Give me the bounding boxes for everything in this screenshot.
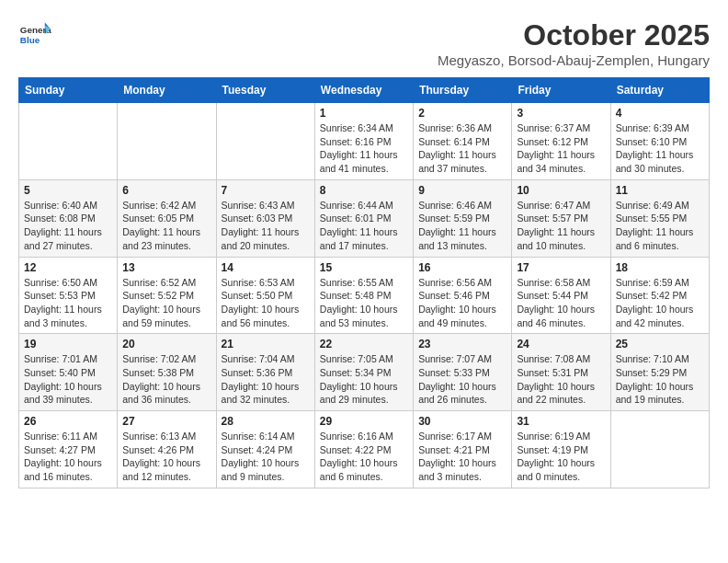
day-detail: Sunrise: 6:43 AM Sunset: 6:03 PM Dayligh… [222, 199, 310, 253]
page-header: General Blue October 2025 Megyaszo, Bors… [18, 18, 710, 68]
day-detail: Sunrise: 6:49 AM Sunset: 5:55 PM Dayligh… [616, 199, 704, 253]
day-detail: Sunrise: 6:19 AM Sunset: 4:19 PM Dayligh… [517, 430, 605, 484]
day-detail: Sunrise: 6:42 AM Sunset: 6:05 PM Dayligh… [122, 199, 210, 253]
day-detail: Sunrise: 6:37 AM Sunset: 6:12 PM Dayligh… [517, 121, 605, 176]
svg-text:Blue: Blue [20, 35, 40, 45]
day-detail: Sunrise: 6:44 AM Sunset: 6:01 PM Dayligh… [320, 199, 408, 253]
day-number: 17 [517, 261, 605, 274]
day-number: 28 [222, 415, 310, 428]
day-number: 13 [122, 261, 210, 274]
day-number: 7 [222, 184, 310, 197]
weekday-header-monday: Monday [118, 78, 216, 103]
day-number: 27 [122, 415, 210, 428]
calendar-cell: 22Sunrise: 7:05 AM Sunset: 5:34 PM Dayli… [314, 334, 413, 411]
day-number: 10 [517, 184, 605, 197]
calendar-cell [19, 103, 118, 180]
calendar-cell: 10Sunrise: 6:47 AM Sunset: 5:57 PM Dayli… [512, 179, 610, 257]
day-detail: Sunrise: 7:10 AM Sunset: 5:29 PM Dayligh… [616, 352, 704, 407]
calendar-cell: 6Sunrise: 6:42 AM Sunset: 6:05 PM Daylig… [118, 179, 216, 257]
calendar-row-2: 5Sunrise: 6:40 AM Sunset: 6:08 PM Daylig… [19, 179, 710, 257]
day-detail: Sunrise: 6:53 AM Sunset: 5:50 PM Dayligh… [222, 276, 310, 330]
day-number: 9 [418, 184, 506, 197]
day-detail: Sunrise: 6:14 AM Sunset: 4:24 PM Dayligh… [222, 430, 310, 484]
month-title: October 2025 [438, 18, 710, 52]
day-detail: Sunrise: 6:52 AM Sunset: 5:52 PM Dayligh… [122, 276, 210, 330]
weekday-header-tuesday: Tuesday [216, 78, 314, 103]
calendar-cell: 16Sunrise: 6:56 AM Sunset: 5:46 PM Dayli… [414, 257, 512, 334]
calendar-cell [610, 411, 709, 488]
weekday-header-wednesday: Wednesday [314, 78, 413, 103]
day-number: 25 [616, 338, 704, 350]
day-detail: Sunrise: 6:17 AM Sunset: 4:21 PM Dayligh… [418, 430, 506, 484]
day-detail: Sunrise: 6:47 AM Sunset: 5:57 PM Dayligh… [517, 199, 605, 253]
calendar-cell: 7Sunrise: 6:43 AM Sunset: 6:03 PM Daylig… [216, 179, 314, 257]
calendar-cell: 5Sunrise: 6:40 AM Sunset: 6:08 PM Daylig… [19, 179, 118, 257]
calendar-cell: 20Sunrise: 7:02 AM Sunset: 5:38 PM Dayli… [118, 334, 216, 411]
weekday-header-thursday: Thursday [414, 78, 512, 103]
day-detail: Sunrise: 6:50 AM Sunset: 5:53 PM Dayligh… [24, 276, 112, 330]
day-number: 2 [418, 107, 506, 120]
calendar-cell: 25Sunrise: 7:10 AM Sunset: 5:29 PM Dayli… [610, 334, 709, 411]
calendar-cell: 18Sunrise: 6:59 AM Sunset: 5:42 PM Dayli… [610, 257, 709, 334]
day-detail: Sunrise: 6:59 AM Sunset: 5:42 PM Dayligh… [616, 276, 704, 330]
day-detail: Sunrise: 6:36 AM Sunset: 6:14 PM Dayligh… [418, 121, 506, 176]
day-detail: Sunrise: 6:13 AM Sunset: 4:26 PM Dayligh… [122, 430, 210, 484]
weekday-header-friday: Friday [512, 78, 610, 103]
day-number: 18 [616, 261, 704, 274]
day-number: 22 [320, 338, 408, 350]
day-number: 12 [24, 261, 112, 274]
day-number: 14 [222, 261, 310, 274]
day-detail: Sunrise: 7:05 AM Sunset: 5:34 PM Dayligh… [320, 352, 408, 407]
day-number: 4 [616, 107, 704, 120]
calendar-cell: 29Sunrise: 6:16 AM Sunset: 4:22 PM Dayli… [314, 411, 413, 488]
day-number: 24 [517, 338, 605, 350]
day-number: 23 [418, 338, 506, 350]
calendar-cell: 23Sunrise: 7:07 AM Sunset: 5:33 PM Dayli… [414, 334, 512, 411]
day-number: 11 [616, 184, 704, 197]
day-detail: Sunrise: 6:34 AM Sunset: 6:16 PM Dayligh… [320, 121, 408, 176]
day-detail: Sunrise: 6:39 AM Sunset: 6:10 PM Dayligh… [616, 121, 704, 176]
day-number: 16 [418, 261, 506, 274]
day-detail: Sunrise: 7:04 AM Sunset: 5:36 PM Dayligh… [222, 352, 310, 407]
calendar-cell: 2Sunrise: 6:36 AM Sunset: 6:14 PM Daylig… [414, 103, 512, 180]
day-detail: Sunrise: 7:01 AM Sunset: 5:40 PM Dayligh… [24, 352, 112, 407]
day-number: 6 [122, 184, 210, 197]
day-detail: Sunrise: 7:07 AM Sunset: 5:33 PM Dayligh… [418, 352, 506, 407]
title-block: October 2025 Megyaszo, Borsod-Abauj-Zemp… [438, 18, 710, 68]
day-number: 19 [24, 338, 112, 350]
day-detail: Sunrise: 6:11 AM Sunset: 4:27 PM Dayligh… [24, 430, 112, 484]
day-detail: Sunrise: 6:16 AM Sunset: 4:22 PM Dayligh… [320, 430, 408, 484]
calendar-cell [216, 103, 314, 180]
day-detail: Sunrise: 6:40 AM Sunset: 6:08 PM Dayligh… [24, 199, 112, 253]
day-number: 1 [320, 107, 408, 120]
day-detail: Sunrise: 6:56 AM Sunset: 5:46 PM Dayligh… [418, 276, 506, 330]
calendar-cell: 11Sunrise: 6:49 AM Sunset: 5:55 PM Dayli… [610, 179, 709, 257]
day-number: 15 [320, 261, 408, 274]
day-detail: Sunrise: 7:02 AM Sunset: 5:38 PM Dayligh… [122, 352, 210, 407]
day-number: 31 [517, 415, 605, 428]
calendar-cell: 4Sunrise: 6:39 AM Sunset: 6:10 PM Daylig… [610, 103, 709, 180]
calendar-cell: 21Sunrise: 7:04 AM Sunset: 5:36 PM Dayli… [216, 334, 314, 411]
day-number: 8 [320, 184, 408, 197]
calendar-cell: 3Sunrise: 6:37 AM Sunset: 6:12 PM Daylig… [512, 103, 610, 180]
logo-icon: General Blue [18, 18, 51, 52]
calendar-cell: 1Sunrise: 6:34 AM Sunset: 6:16 PM Daylig… [314, 103, 413, 180]
calendar-cell: 24Sunrise: 7:08 AM Sunset: 5:31 PM Dayli… [512, 334, 610, 411]
day-number: 20 [122, 338, 210, 350]
calendar-cell: 26Sunrise: 6:11 AM Sunset: 4:27 PM Dayli… [19, 411, 118, 488]
calendar-cell: 9Sunrise: 6:46 AM Sunset: 5:59 PM Daylig… [414, 179, 512, 257]
day-detail: Sunrise: 6:55 AM Sunset: 5:48 PM Dayligh… [320, 276, 408, 330]
calendar-cell: 13Sunrise: 6:52 AM Sunset: 5:52 PM Dayli… [118, 257, 216, 334]
calendar-cell: 30Sunrise: 6:17 AM Sunset: 4:21 PM Dayli… [414, 411, 512, 488]
day-detail: Sunrise: 6:58 AM Sunset: 5:44 PM Dayligh… [517, 276, 605, 330]
calendar-row-1: 1Sunrise: 6:34 AM Sunset: 6:16 PM Daylig… [19, 103, 710, 180]
day-number: 3 [517, 107, 605, 120]
logo: General Blue [18, 18, 51, 52]
calendar-row-3: 12Sunrise: 6:50 AM Sunset: 5:53 PM Dayli… [19, 257, 710, 334]
calendar-cell: 14Sunrise: 6:53 AM Sunset: 5:50 PM Dayli… [216, 257, 314, 334]
calendar-row-5: 26Sunrise: 6:11 AM Sunset: 4:27 PM Dayli… [19, 411, 710, 488]
calendar-cell: 15Sunrise: 6:55 AM Sunset: 5:48 PM Dayli… [314, 257, 413, 334]
calendar-cell: 12Sunrise: 6:50 AM Sunset: 5:53 PM Dayli… [19, 257, 118, 334]
calendar-cell: 31Sunrise: 6:19 AM Sunset: 4:19 PM Dayli… [512, 411, 610, 488]
day-number: 21 [222, 338, 310, 350]
